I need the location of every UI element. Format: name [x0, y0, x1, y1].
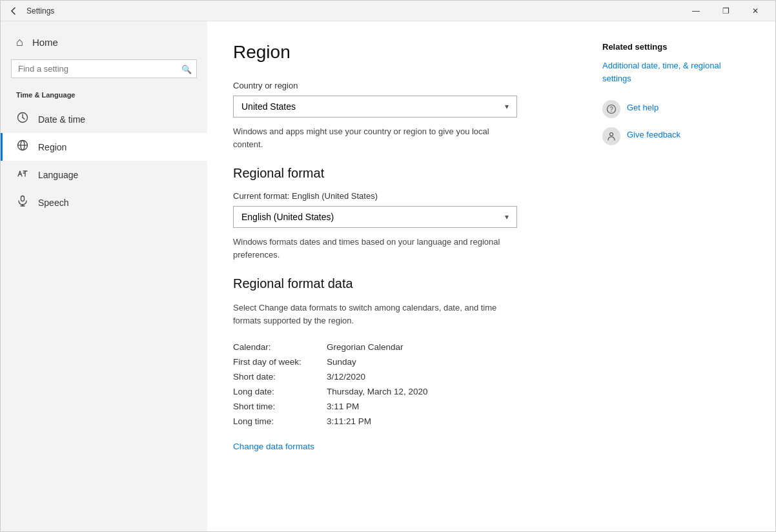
country-selected: United States — [241, 101, 296, 112]
get-help-item[interactable]: ? Get help — [602, 100, 744, 118]
search-input[interactable] — [11, 59, 197, 78]
format-description: Windows formats dates and times based on… — [233, 236, 517, 261]
row-label: Long date: — [233, 387, 327, 396]
home-icon: ⌂ — [16, 36, 23, 49]
close-button[interactable]: ✕ — [740, 1, 770, 21]
speech-icon — [16, 195, 29, 210]
regional-data-description: Select Change data formats to switch amo… — [233, 302, 517, 327]
svg-text:?: ? — [609, 106, 613, 113]
svg-line-2 — [23, 118, 25, 119]
related-settings-title: Related settings — [602, 42, 744, 52]
sidebar-item-language[interactable]: Language — [1, 161, 207, 189]
format-selected: English (United States) — [241, 212, 334, 222]
row-value: 3:11 PM — [327, 402, 359, 411]
sidebar-language-label: Language — [38, 170, 78, 180]
row-value: 3:11:21 PM — [327, 416, 371, 426]
get-help-icon: ? — [602, 100, 620, 118]
sidebar-region-label: Region — [38, 142, 66, 152]
give-feedback-item[interactable]: Give feedback — [602, 127, 744, 145]
country-label: Country or region — [233, 81, 577, 90]
content-area: Region Country or region United States ▾… — [207, 21, 775, 531]
main-area: ⌂ Home 🔍 Time & Language Date — [1, 21, 775, 531]
country-dropdown[interactable]: United States ▾ — [233, 96, 517, 118]
give-feedback-label: Give feedback — [627, 127, 680, 139]
row-label: Long time: — [233, 416, 327, 426]
table-row: Short date:3/12/2020 — [233, 372, 577, 382]
sidebar-speech-label: Speech — [38, 198, 68, 208]
window-controls: — ❐ ✕ — [681, 1, 770, 21]
sidebar: ⌂ Home 🔍 Time & Language Date — [1, 21, 207, 531]
sidebar-item-date-time[interactable]: Date & time — [1, 105, 207, 133]
row-label: First day of week: — [233, 357, 327, 367]
table-row: Calendar:Gregorian Calendar — [233, 342, 577, 352]
region-icon — [16, 139, 29, 154]
country-description: Windows and apps might use your country … — [233, 125, 517, 150]
row-value: Gregorian Calendar — [327, 342, 403, 352]
sidebar-item-region[interactable]: Region — [1, 133, 207, 161]
titlebar-title: Settings — [26, 6, 54, 15]
maximize-button[interactable]: ❐ — [711, 1, 740, 21]
row-label: Short date: — [233, 372, 327, 382]
content-main: Region Country or region United States ▾… — [233, 42, 577, 511]
svg-rect-6 — [21, 196, 25, 201]
country-chevron-icon: ▾ — [505, 102, 509, 111]
additional-settings-link[interactable]: Additional date, time, & regional settin… — [602, 59, 744, 85]
table-row: Short time:3:11 PM — [233, 402, 577, 411]
get-help-label: Get help — [627, 100, 659, 112]
data-table: Calendar:Gregorian CalendarFirst day of … — [233, 342, 577, 426]
sidebar-item-home[interactable]: ⌂ Home — [1, 29, 207, 56]
language-icon — [16, 167, 29, 182]
search-icon: 🔍 — [181, 64, 192, 74]
table-row: Long date:Thursday, March 12, 2020 — [233, 387, 577, 396]
row-label: Calendar: — [233, 342, 327, 352]
back-button[interactable] — [6, 3, 21, 19]
content-right: Related settings Additional date, time, … — [602, 42, 744, 511]
format-chevron-icon: ▾ — [505, 212, 509, 221]
sidebar-home-label: Home — [32, 37, 58, 48]
titlebar: Settings — ❐ ✕ — [1, 1, 775, 21]
sidebar-item-speech[interactable]: Speech — [1, 189, 207, 216]
row-value: Thursday, March 12, 2020 — [327, 387, 428, 396]
sidebar-section-title: Time & Language — [1, 87, 207, 103]
row-value: 3/12/2020 — [327, 372, 365, 382]
regional-format-heading: Regional format — [233, 166, 577, 181]
format-dropdown[interactable]: English (United States) ▾ — [233, 206, 517, 228]
regional-format-data-heading: Regional format data — [233, 276, 577, 291]
change-data-formats-link[interactable]: Change data formats — [233, 442, 314, 451]
table-row: Long time:3:11:21 PM — [233, 416, 577, 426]
current-format-label: Current format: English (United States) — [233, 191, 577, 201]
settings-window: Settings — ❐ ✕ ⌂ Home 🔍 Time & Language — [0, 0, 776, 532]
back-icon — [10, 7, 17, 15]
row-value: Sunday — [327, 357, 356, 367]
search-box: 🔍 — [11, 59, 197, 78]
minimize-button[interactable]: — — [681, 1, 711, 21]
give-feedback-icon — [602, 127, 620, 145]
date-time-icon — [16, 112, 29, 127]
table-row: First day of week:Sunday — [233, 357, 577, 367]
row-label: Short time: — [233, 402, 327, 411]
svg-point-11 — [610, 133, 613, 136]
page-title: Region — [233, 42, 577, 63]
sidebar-date-time-label: Date & time — [38, 114, 85, 125]
